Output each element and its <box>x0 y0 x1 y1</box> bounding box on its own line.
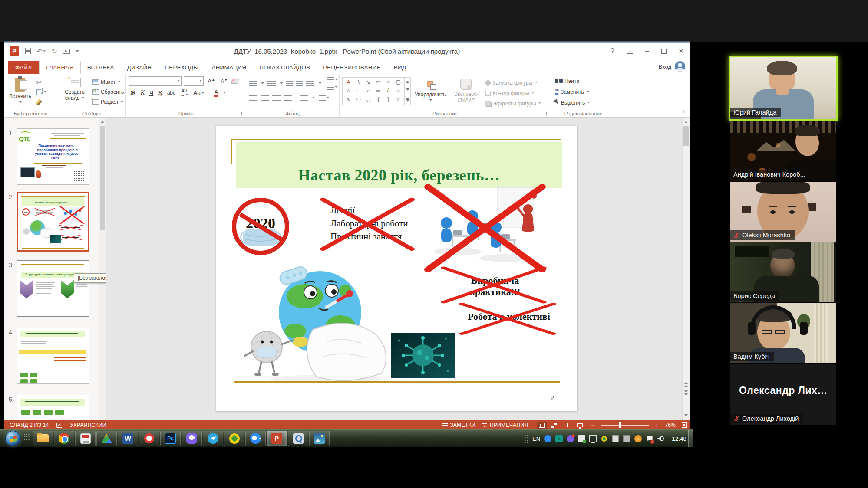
shrink-font-button[interactable]: A▼ <box>219 78 229 85</box>
shape-rounded-rect-icon[interactable]: ▢ <box>393 78 403 86</box>
italic-button[interactable]: К <box>141 89 145 96</box>
reset-button[interactable]: Сбросить <box>91 87 125 97</box>
participant-tile-yurii-galaida[interactable]: Юрий Галайда <box>729 56 838 121</box>
taskbar-search-tool[interactable] <box>288 431 308 446</box>
clipboard-dialog-launcher[interactable] <box>53 112 56 115</box>
taskbar-backup[interactable] <box>75 431 96 446</box>
minimize-button[interactable]: – <box>645 47 649 55</box>
zoom-slider[interactable] <box>601 425 649 426</box>
smartart-icon[interactable] <box>319 95 326 101</box>
justify-icon[interactable] <box>284 95 292 101</box>
shape-right-arrow-icon[interactable]: ⇨ <box>373 87 383 95</box>
drawing-dialog-launcher[interactable] <box>546 112 549 115</box>
participant-tile-kubich[interactable]: Вадим Кубіч <box>730 303 836 363</box>
tab-home[interactable]: ГЛАВНАЯ <box>39 61 80 74</box>
slide-thumbnail-3[interactable]: Структурно-логічна схема дослідження <box>17 260 89 317</box>
slide-counter[interactable]: СЛАЙД 2 ИЗ 14 <box>10 422 49 428</box>
taskbar-diamond-app[interactable] <box>224 431 244 446</box>
slide-sorter-view-button[interactable] <box>549 422 559 429</box>
shape-outline-button[interactable]: Контур фигуры <box>484 88 542 98</box>
clear-formatting-icon[interactable] <box>231 79 239 84</box>
restore-button[interactable] <box>661 49 667 54</box>
zoom-in-button[interactable]: + <box>655 422 659 429</box>
taskbar-gdrive[interactable] <box>96 431 117 446</box>
canvas-scroll-up[interactable] <box>683 118 690 125</box>
character-spacing-button[interactable]: AV↔ <box>180 89 188 97</box>
tab-design[interactable]: ДИЗАЙН <box>121 61 158 74</box>
customize-qat-icon[interactable] <box>76 50 79 54</box>
shapes-scroll-up[interactable] <box>406 79 409 83</box>
shape-scribble-icon[interactable]: ∿ <box>343 95 353 104</box>
new-slide-button[interactable]: Создать слайд <box>60 76 89 102</box>
tab-animations[interactable]: АНИМАЦИЯ <box>205 61 253 74</box>
tray-usb-icon[interactable] <box>578 435 585 442</box>
shapes-gallery[interactable]: A ∖ ↘ ▭ ○ ▢ △ ∟ ⌐ ⇨ ⇩ ⌂ ∿ ◠ ◡ <box>342 77 411 105</box>
ribbon-display-options-button[interactable] <box>627 49 633 54</box>
close-button[interactable]: × <box>679 46 683 56</box>
previous-slide-button[interactable] <box>684 380 688 387</box>
numbering-icon[interactable] <box>267 81 276 87</box>
taskbar-photos[interactable] <box>309 431 330 446</box>
tab-review[interactable]: РЕЦЕНЗИРОВАНИЕ <box>317 61 387 74</box>
tray-diamond-icon[interactable] <box>601 435 608 442</box>
taskbar-opera[interactable] <box>139 431 159 446</box>
canvas-scroll-thumb[interactable] <box>683 126 689 146</box>
reading-view-button[interactable] <box>562 422 572 429</box>
shape-rectangle-icon[interactable]: ▭ <box>373 78 383 86</box>
show-desktop-button[interactable] <box>688 430 693 447</box>
taskbar-viber[interactable] <box>182 431 202 446</box>
taskbar-word[interactable]: W <box>118 431 138 446</box>
quick-styles-button[interactable]: Экспресс-стили <box>449 76 482 104</box>
text-shadow-button[interactable]: S <box>158 89 162 96</box>
align-left-icon[interactable] <box>249 95 257 101</box>
shapes-more[interactable] <box>406 98 409 104</box>
sign-in-link[interactable]: Вход <box>659 63 671 70</box>
tab-slideshow[interactable]: ПОКАЗ СЛАЙДОВ <box>253 61 317 74</box>
decrease-indent-icon[interactable] <box>286 81 293 87</box>
redo-icon[interactable]: ↻ <box>51 47 57 56</box>
shape-freeform-icon[interactable]: ⌂ <box>393 87 403 95</box>
shape-arc-icon[interactable]: ◠ <box>353 95 363 104</box>
zoom-percent[interactable]: 76% <box>665 422 676 428</box>
undo-icon[interactable]: ↶ <box>36 47 46 56</box>
collapse-ribbon-button[interactable]: ∧ <box>682 109 685 115</box>
clock[interactable]: 12:48 <box>672 436 686 442</box>
language-indicator[interactable]: EN <box>532 436 540 442</box>
shape-brace-left-icon[interactable]: { <box>373 95 383 104</box>
shapes-scroll-down[interactable] <box>406 88 409 92</box>
zoom-out-button[interactable]: − <box>591 422 595 429</box>
slide-thumbnail-4[interactable] <box>17 328 89 384</box>
line-spacing-icon[interactable] <box>306 81 314 87</box>
taskbar-explorer[interactable] <box>33 431 53 446</box>
title-bar[interactable]: P ↶ ↻ ДДТУ_16.05.2023_Коробко_1.pptx - P… <box>4 43 690 59</box>
find-button[interactable]: Найти <box>554 76 581 86</box>
start-slideshow-icon[interactable] <box>63 49 70 54</box>
participant-tile-murashko[interactable]: Oleksii Murashko <box>730 182 836 242</box>
tab-insert[interactable]: ВСТАВКА <box>81 61 121 74</box>
align-center-icon[interactable] <box>261 95 269 101</box>
shape-curve-icon[interactable]: ◡ <box>363 95 373 104</box>
cut-button[interactable]: ✂ <box>35 77 48 87</box>
shape-oval-icon[interactable]: ○ <box>383 78 393 86</box>
shape-down-arrow-icon[interactable]: ⇩ <box>383 87 393 95</box>
start-button[interactable] <box>5 431 21 446</box>
thumbnail-scrollbar[interactable] <box>99 118 106 420</box>
tray-action-center-icon[interactable]: × <box>646 435 653 442</box>
save-icon[interactable] <box>25 48 31 54</box>
comments-toggle[interactable]: ПРИМЕЧАНИЯ <box>482 422 528 428</box>
change-case-button[interactable]: Aa <box>193 89 204 96</box>
fit-slide-to-window-button[interactable] <box>682 422 687 428</box>
language-status[interactable]: УКРАИНСКИЙ <box>70 422 106 428</box>
tray-viber-icon[interactable] <box>567 435 574 442</box>
underline-button[interactable]: Ч <box>149 89 153 96</box>
slide-thumbnail-2-selected[interactable]: Настав 2020 рік, березень… 2020 <box>17 192 89 252</box>
taskbar-powerpoint-active[interactable]: P <box>267 431 287 446</box>
font-name-combo[interactable] <box>129 76 182 86</box>
replace-button[interactable]: abacЗаменить <box>554 87 591 97</box>
sick-earth-cartoon[interactable] <box>240 259 396 386</box>
tray-network-icon[interactable] <box>589 435 597 442</box>
font-color-button[interactable]: A <box>214 89 218 97</box>
tray-equalizer-icon[interactable]: = <box>634 435 642 442</box>
tab-transitions[interactable]: ПЕРЕХОДЫ <box>158 61 205 74</box>
taskbar-zoom[interactable] <box>245 431 266 446</box>
